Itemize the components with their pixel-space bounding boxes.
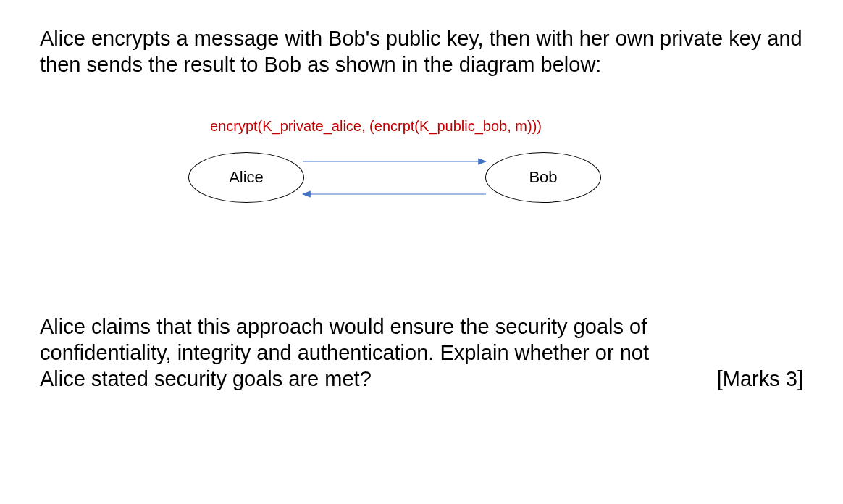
encryption-formula-label: encrypt(K_private_alice, (encrpt(K_publi… [210, 118, 542, 135]
question-line: Alice stated security goals are met? [40, 366, 372, 392]
alice-node: Alice [188, 152, 304, 203]
question-line: confidentiality, integrity and authentic… [40, 340, 803, 366]
diagram: encrypt(K_private_alice, (encrpt(K_publi… [40, 118, 803, 241]
bob-node-label: Bob [529, 168, 557, 187]
bob-node: Bob [485, 152, 601, 203]
question-paragraph: Alice claims that this approach would en… [40, 314, 803, 392]
intro-paragraph: Alice encrypts a message with Bob's publ… [40, 25, 803, 78]
question-line: Alice claims that this approach would en… [40, 314, 803, 340]
alice-node-label: Alice [229, 168, 264, 187]
marks-label: [Marks 3] [717, 366, 803, 392]
bidirectional-arrows-icon [299, 154, 491, 205]
